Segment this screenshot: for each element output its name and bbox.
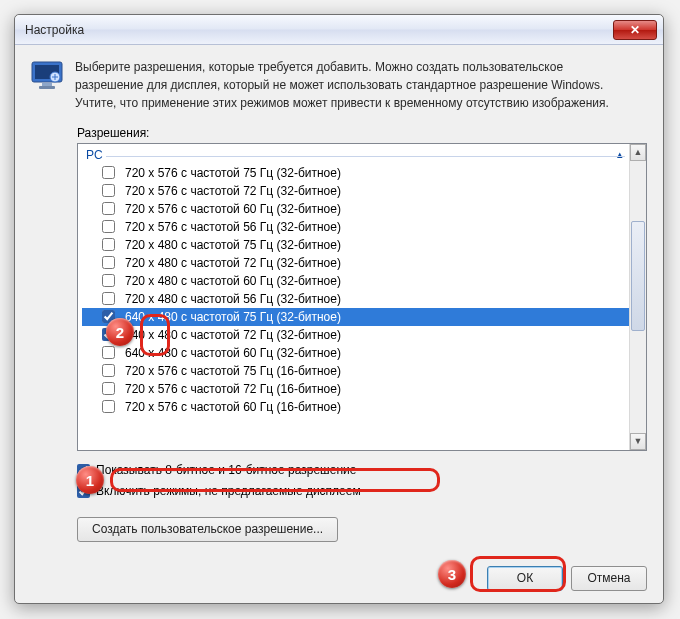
resolution-checkbox[interactable] xyxy=(102,274,115,287)
resolution-checkbox[interactable] xyxy=(102,256,115,269)
option-label: Включить режимы, не предлагаемые дисплее… xyxy=(96,484,361,498)
create-custom-row: Создать пользовательское разрешение... xyxy=(77,517,647,542)
list-item[interactable]: 640 x 480 с частотой 75 Гц (32-битное) xyxy=(82,308,629,326)
monitor-icon xyxy=(31,61,65,91)
options-block: Показывать 8-битное и 16-битное разрешен… xyxy=(77,461,647,503)
list-item[interactable]: 720 x 576 с частотой 75 Гц (16-битное) xyxy=(82,362,629,380)
vertical-scrollbar[interactable]: ▲ ▼ xyxy=(629,144,646,450)
intro-block: Выберите разрешения, которые требуется д… xyxy=(31,59,647,114)
list-item[interactable]: 640 x 480 с частотой 72 Гц (32-битное) xyxy=(82,326,629,344)
list-item[interactable]: 720 x 576 с частотой 72 Гц (32-битное) xyxy=(82,182,629,200)
list-item[interactable]: 720 x 480 с частотой 75 Гц (32-битное) xyxy=(82,236,629,254)
list-item[interactable]: 720 x 576 с частотой 72 Гц (16-битное) xyxy=(82,380,629,398)
resolution-label: 640 x 480 с частотой 75 Гц (32-битное) xyxy=(125,310,341,324)
checkbox-show-8-16[interactable] xyxy=(77,464,90,477)
list-item[interactable]: 720 x 480 с частотой 60 Гц (32-битное) xyxy=(82,272,629,290)
group-header-pc[interactable]: PC ▴ xyxy=(82,146,629,164)
resolution-checkbox[interactable] xyxy=(102,202,115,215)
option-label: Показывать 8-битное и 16-битное разрешен… xyxy=(96,463,356,477)
close-button[interactable]: ✕ xyxy=(613,20,657,40)
resolution-label: 720 x 576 с частотой 60 Гц (16-битное) xyxy=(125,400,341,414)
scroll-down-button[interactable]: ▼ xyxy=(630,433,646,450)
list-item[interactable]: 720 x 576 с частотой 60 Гц (16-битное) xyxy=(82,398,629,416)
dialog-body: Выберите разрешения, которые требуется д… xyxy=(15,45,663,603)
resolution-label: 640 x 480 с частотой 60 Гц (32-битное) xyxy=(125,346,341,360)
scroll-up-button[interactable]: ▲ xyxy=(630,144,646,161)
resolution-label: 720 x 480 с частотой 72 Гц (32-битное) xyxy=(125,256,341,270)
svg-rect-2 xyxy=(42,83,52,86)
resolution-label: 640 x 480 с частотой 72 Гц (32-битное) xyxy=(125,328,341,342)
resolution-checkbox[interactable] xyxy=(102,220,115,233)
resolution-checkbox[interactable] xyxy=(102,328,115,341)
resolution-label: 720 x 576 с частотой 72 Гц (16-битное) xyxy=(125,382,341,396)
resolution-label: 720 x 576 с частотой 75 Гц (32-битное) xyxy=(125,166,341,180)
resolution-label: 720 x 576 с частотой 75 Гц (16-битное) xyxy=(125,364,341,378)
resolution-label: 720 x 576 с частотой 72 Гц (32-битное) xyxy=(125,184,341,198)
resolution-label: 720 x 576 с частотой 56 Гц (32-битное) xyxy=(125,220,341,234)
resolution-label: 720 x 480 с частотой 75 Гц (32-битное) xyxy=(125,238,341,252)
chevron-up-icon[interactable]: ▴ xyxy=(617,148,623,161)
resolution-checkbox[interactable] xyxy=(102,346,115,359)
window-title: Настройка xyxy=(25,23,613,37)
resolution-checkbox[interactable] xyxy=(102,166,115,179)
resolution-checkbox[interactable] xyxy=(102,292,115,305)
resolutions-listbox[interactable]: PC ▴ 720 x 576 с частотой 75 Гц (32-битн… xyxy=(77,143,647,451)
svg-rect-3 xyxy=(39,86,55,89)
close-icon: ✕ xyxy=(630,23,640,37)
resolution-checkbox[interactable] xyxy=(102,364,115,377)
dialog-window: Настройка ✕ Выберите разрешения, которые… xyxy=(14,14,664,604)
list-item[interactable]: 720 x 576 с частотой 56 Гц (32-битное) xyxy=(82,218,629,236)
resolution-checkbox[interactable] xyxy=(102,310,115,323)
checkbox-include-unlisted[interactable] xyxy=(77,485,90,498)
intro-text: Выберите разрешения, которые требуется д… xyxy=(75,59,609,114)
resolution-label: 720 x 480 с частотой 60 Гц (32-битное) xyxy=(125,274,341,288)
scroll-thumb[interactable] xyxy=(631,221,645,331)
resolution-checkbox[interactable] xyxy=(102,238,115,251)
list-item[interactable]: 720 x 576 с частотой 75 Гц (32-битное) xyxy=(82,164,629,182)
titlebar[interactable]: Настройка ✕ xyxy=(15,15,663,45)
option-include-unlisted[interactable]: Включить режимы, не предлагаемые дисплее… xyxy=(77,482,647,501)
list-item[interactable]: 720 x 480 с частотой 72 Гц (32-битное) xyxy=(82,254,629,272)
create-custom-resolution-button[interactable]: Создать пользовательское разрешение... xyxy=(77,517,338,542)
list-item[interactable]: 720 x 480 с частотой 56 Гц (32-битное) xyxy=(82,290,629,308)
resolution-checkbox[interactable] xyxy=(102,184,115,197)
resolution-checkbox[interactable] xyxy=(102,400,115,413)
resolution-checkbox[interactable] xyxy=(102,382,115,395)
option-show-8-16-bit[interactable]: Показывать 8-битное и 16-битное разрешен… xyxy=(77,461,647,480)
list-item[interactable]: 640 x 480 с частотой 60 Гц (32-битное) xyxy=(82,344,629,362)
resolution-label: 720 x 480 с частотой 56 Гц (32-битное) xyxy=(125,292,341,306)
list-item[interactable]: 720 x 576 с частотой 60 Гц (32-битное) xyxy=(82,200,629,218)
resolution-label: 720 x 576 с частотой 60 Гц (32-битное) xyxy=(125,202,341,216)
resolutions-label: Разрешения: xyxy=(77,126,647,140)
cancel-button[interactable]: Отмена xyxy=(571,566,647,591)
ok-button[interactable]: ОК xyxy=(487,566,563,591)
group-label: PC xyxy=(86,148,103,162)
dialog-button-row: ОК Отмена xyxy=(31,550,647,591)
scroll-track[interactable] xyxy=(630,161,646,433)
